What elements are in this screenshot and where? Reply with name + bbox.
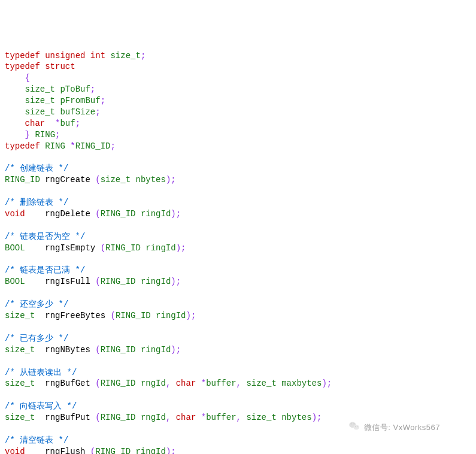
- watermark-text: 微信号: VxWorks567: [364, 422, 440, 433]
- code-token: {: [25, 73, 30, 83]
- code-token: typedef: [5, 62, 40, 71]
- code-token: rngIsEmpty: [45, 243, 95, 253]
- code-token: [35, 311, 45, 320]
- code-token: [5, 84, 25, 94]
- code-token: (: [95, 277, 100, 286]
- code-token: [151, 311, 156, 320]
- code-line: /* 链表是否为空 */: [5, 231, 471, 243]
- code-token: (: [95, 345, 100, 355]
- code-token: [135, 345, 140, 355]
- code-line: /* 从链表读出 */: [5, 367, 471, 379]
- svg-point-4: [355, 426, 356, 427]
- svg-point-2: [350, 423, 351, 425]
- code-token: ringId: [141, 345, 171, 355]
- code-token: size_t: [5, 345, 35, 355]
- code-token: );: [186, 311, 196, 320]
- code-token: /* 删除链表 */: [5, 198, 68, 207]
- code-token: (: [95, 413, 100, 422]
- code-token: unsigned: [45, 51, 85, 60]
- code-token: );: [166, 447, 176, 454]
- code-token: [171, 413, 175, 422]
- code-token: [5, 130, 25, 140]
- code-line: [5, 389, 471, 401]
- code-token: /* 向链表写入 */: [5, 401, 77, 411]
- code-token: buf: [60, 119, 75, 128]
- code-token: [196, 379, 201, 388]
- code-token: );: [171, 209, 181, 219]
- code-token: size_t: [101, 175, 131, 184]
- code-token: /* 创建链表 */: [5, 164, 68, 173]
- code-token: rngCreate: [45, 175, 90, 184]
- code-token: maxbytes: [281, 379, 322, 388]
- code-token: ringId: [141, 277, 171, 286]
- code-token: [40, 51, 45, 60]
- code-token: nbytes: [135, 175, 165, 184]
- code-token: [65, 141, 70, 151]
- code-line: /* 向链表写入 */: [5, 401, 471, 412]
- code-token: /* 清空链表 */: [5, 435, 68, 445]
- code-line: } RING;: [5, 129, 471, 141]
- code-token: rngId: [141, 413, 166, 422]
- code-token: [40, 141, 45, 151]
- code-block: typedef unsigned int size_t;typedef stru…: [5, 50, 471, 454]
- code-token: ;: [110, 141, 115, 151]
- code-token: BOOL: [5, 243, 25, 253]
- code-token: );: [171, 277, 181, 286]
- code-token: rngId: [141, 379, 166, 388]
- code-line: [5, 220, 471, 231]
- code-token: );: [171, 345, 181, 355]
- code-token: size_t: [246, 379, 276, 388]
- code-token: /* 还空多少 */: [5, 299, 68, 309]
- code-token: rngDelete: [45, 209, 90, 219]
- code-token: /* 从链表读出 */: [5, 368, 77, 377]
- code-token: [277, 379, 281, 388]
- code-token: RING_ID: [116, 311, 151, 320]
- code-line: [5, 186, 471, 197]
- code-token: rngFreeBytes: [45, 311, 105, 320]
- code-token: [90, 209, 95, 219]
- code-line: /* 还空多少 */: [5, 299, 471, 310]
- code-token: ;: [55, 130, 60, 140]
- code-token: [40, 62, 45, 71]
- code-token: int: [90, 51, 105, 60]
- code-token: [90, 175, 95, 184]
- code-token: [135, 209, 140, 219]
- code-token: size_t: [110, 51, 140, 60]
- code-token: ;: [90, 84, 95, 94]
- code-token: [277, 413, 281, 422]
- code-token: ringId: [145, 243, 175, 253]
- code-token: [35, 413, 45, 422]
- code-token: typedef: [5, 141, 40, 151]
- code-token: pToBuf: [60, 84, 90, 94]
- code-token: ;: [101, 96, 105, 105]
- code-token: );: [176, 243, 186, 253]
- code-token: rngIsFull: [45, 277, 90, 286]
- code-token: char: [176, 413, 196, 422]
- code-line: typedef unsigned int size_t;: [5, 50, 471, 62]
- code-token: (: [90, 447, 95, 454]
- code-token: size_t: [5, 379, 35, 388]
- code-line: [5, 254, 471, 265]
- code-token: (: [110, 311, 115, 320]
- code-token: ringId: [141, 209, 171, 219]
- code-token: RING_ID: [101, 277, 136, 286]
- code-token: [196, 413, 201, 422]
- code-token: (: [95, 175, 100, 184]
- code-token: ;: [141, 51, 145, 60]
- code-token: [85, 51, 90, 60]
- svg-point-5: [357, 426, 357, 427]
- code-token: ,: [237, 413, 241, 422]
- watermark: 微信号: VxWorks567: [348, 421, 440, 434]
- code-token: size_t: [25, 84, 55, 94]
- code-token: ,: [237, 379, 241, 388]
- code-token: [135, 413, 140, 422]
- code-token: [25, 243, 46, 253]
- code-token: rngFlush: [45, 447, 85, 454]
- code-token: pFromBuf: [60, 96, 100, 105]
- code-line: [5, 152, 471, 164]
- code-token: RING_ID: [75, 141, 111, 151]
- code-token: );: [312, 413, 322, 422]
- code-token: struct: [45, 62, 75, 71]
- code-token: [90, 413, 95, 422]
- code-token: ;: [95, 107, 100, 117]
